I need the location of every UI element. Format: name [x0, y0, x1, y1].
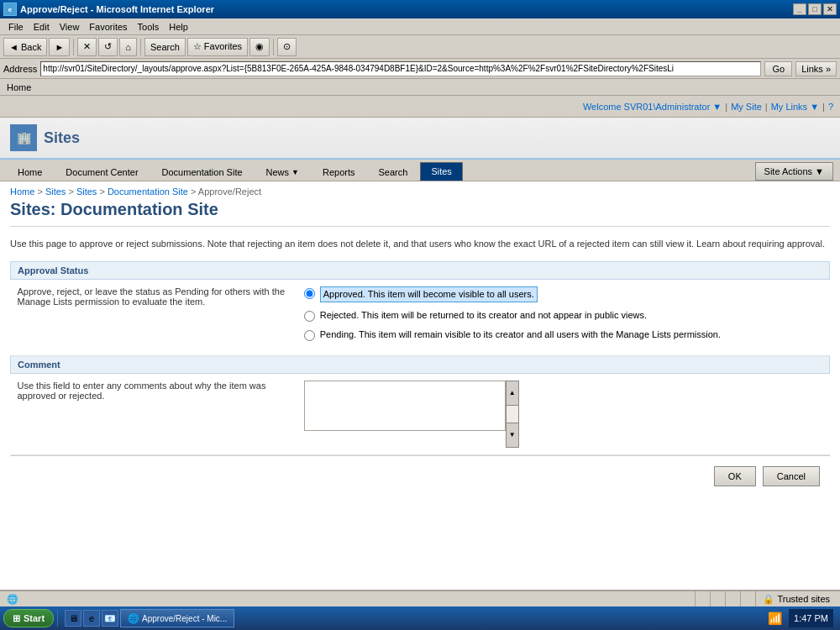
home-label: Home — [7, 82, 31, 92]
news-dropdown-icon: ▼ — [291, 168, 299, 176]
ie-quick-launch[interactable]: e — [83, 610, 100, 627]
menu-view[interactable]: View — [55, 20, 85, 34]
sp-logo: 🏢 — [10, 124, 37, 151]
rejected-option: Rejected. This item will be returned to … — [304, 309, 823, 322]
pending-label: Pending. This item will remain visible t… — [320, 328, 721, 341]
media-button[interactable]: ◉ — [249, 38, 270, 56]
home-button[interactable]: ⌂ — [119, 38, 137, 56]
maximize-button[interactable]: □ — [808, 3, 822, 15]
history-button[interactable]: ⊙ — [277, 38, 297, 56]
back-button[interactable]: ◄ Back — [3, 38, 47, 56]
ie-status-bar: 🌐 🔒 Trusted sites — [0, 590, 840, 606]
favorites-button[interactable]: ☆ Favorites — [187, 38, 248, 56]
menu-edit[interactable]: Edit — [29, 20, 55, 34]
refresh-button[interactable]: ↺ — [98, 38, 118, 56]
toolbar-separator-1 — [73, 39, 74, 55]
links-button[interactable]: Links » — [795, 61, 837, 76]
breadcrumb-current: Approve/Reject — [198, 186, 261, 197]
start-label: Start — [24, 613, 45, 623]
minimize-button[interactable]: _ — [793, 3, 806, 15]
outlook-quick-launch[interactable]: 📧 — [102, 610, 118, 627]
win-taskbar: ⊞ Start 🖥 e 📧 🌐 Approve/Reject - Mic... … — [0, 606, 840, 630]
breadcrumb-sites-1[interactable]: Sites — [45, 186, 66, 197]
address-input[interactable] — [40, 61, 761, 76]
tab-sites[interactable]: Sites — [420, 162, 462, 181]
taskbar-right: 📶 1:47 PM — [768, 609, 837, 627]
tab-home[interactable]: Home — [7, 162, 53, 181]
tab-search[interactable]: Search — [368, 162, 419, 181]
comment-content-row: Use this field to enter any comments abo… — [11, 373, 830, 454]
toolbar-separator-3 — [273, 39, 274, 55]
breadcrumb-documentation-site[interactable]: Documentation Site — [108, 186, 188, 197]
tab-reports[interactable]: Reports — [312, 162, 366, 181]
approval-options: Approved. This item will become visible … — [297, 279, 830, 355]
breadcrumb-home[interactable]: Home — [10, 186, 34, 197]
approval-content-row: Approve, reject, or leave the status as … — [11, 279, 830, 355]
scroll-down-button[interactable]: ▼ — [506, 423, 519, 448]
menu-bar: File Edit View Favorites Tools Help — [0, 18, 840, 35]
comment-textarea[interactable] — [304, 381, 506, 431]
start-icon: ⊞ — [13, 613, 20, 624]
scroll-up-button[interactable]: ▲ — [506, 381, 519, 406]
browser-content: Welcome SVR01\Administrator ▼ | My Site … — [0, 96, 840, 590]
taskbar-quick-launch: 🖥 e 📧 — [65, 610, 118, 627]
sp-nav: Home Document Center Documentation Site … — [0, 160, 840, 181]
approved-radio[interactable] — [304, 288, 315, 299]
ie-icon: e — [3, 3, 17, 16]
menu-favorites[interactable]: Favorites — [84, 20, 132, 34]
pending-option: Pending. This item will remain visible t… — [304, 328, 823, 341]
tab-documentation-site[interactable]: Documentation Site — [151, 162, 254, 181]
sites-icon: 🏢 — [17, 131, 31, 144]
ie-segment-2 — [710, 591, 724, 606]
taskbar-ie-label: Approve/Reject - Mic... — [142, 614, 227, 623]
breadcrumb: Home > Sites > Sites > Documentation Sit… — [0, 181, 840, 200]
approval-status-header: Approval Status — [11, 261, 830, 279]
tab-news[interactable]: News ▼ — [255, 162, 310, 181]
welcome-link[interactable]: Welcome SVR01\Administrator ▼ — [583, 102, 722, 112]
site-actions-button[interactable]: Site Actions ▼ — [755, 162, 833, 181]
sp-header: 🏢 Sites — [0, 118, 840, 160]
show-desktop-button[interactable]: 🖥 — [65, 610, 81, 627]
ok-button[interactable]: OK — [714, 466, 756, 486]
taskbar-divider — [57, 610, 58, 627]
ie-zone: 🔒 Trusted sites — [755, 591, 837, 606]
ie-status-left: 🌐 — [0, 594, 695, 605]
pending-radio[interactable] — [304, 330, 315, 341]
title-bar: e Approve/Reject - Microsoft Internet Ex… — [0, 0, 840, 18]
taskbar-clock: 1:47 PM — [789, 609, 833, 627]
my-links-link[interactable]: My Links ▼ — [771, 102, 819, 112]
go-button[interactable]: Go — [764, 61, 792, 76]
rejected-label: Rejected. This item will be returned to … — [320, 309, 647, 322]
menu-file[interactable]: File — [3, 20, 29, 34]
form-content: Use this page to approve or reject submi… — [0, 227, 840, 507]
close-button[interactable]: ✕ — [823, 3, 837, 15]
taskbar-ie-item[interactable]: 🌐 Approve/Reject - Mic... — [120, 609, 234, 627]
comment-field-cell: ▲ ▼ — [297, 373, 830, 454]
forward-button[interactable]: ► — [49, 38, 70, 56]
ie-status-right: 🔒 Trusted sites — [695, 591, 840, 606]
start-button[interactable]: ⊞ Start — [3, 609, 54, 627]
form-table: Approval Status Approve, reject, or leav… — [10, 261, 830, 455]
trusted-sites-label: Trusted sites — [777, 594, 830, 604]
taskbar-ie-icon: 🌐 — [128, 613, 139, 624]
cancel-button[interactable]: Cancel — [763, 466, 820, 486]
page-description: Use this page to approve or reject submi… — [10, 237, 830, 251]
rejected-radio[interactable] — [304, 311, 315, 322]
menu-help[interactable]: Help — [164, 20, 193, 34]
breadcrumb-sites-2[interactable]: Sites — [76, 186, 97, 197]
stop-button[interactable]: ✕ — [77, 38, 97, 56]
ie-status-icon: 🌐 — [7, 594, 18, 605]
site-title: Sites — [44, 129, 80, 147]
tab-document-center[interactable]: Document Center — [55, 162, 149, 181]
approved-label: Approved. This item will become visible … — [320, 286, 538, 302]
toolbar-separator-2 — [140, 39, 141, 55]
help-icon[interactable]: ? — [828, 102, 833, 112]
my-site-link[interactable]: My Site — [731, 102, 762, 112]
comment-header-row: Comment — [11, 355, 830, 373]
address-label: Address — [3, 64, 37, 74]
window-title: Approve/Reject - Microsoft Internet Expl… — [20, 4, 214, 14]
search-button[interactable]: Search — [144, 38, 186, 56]
trusted-sites-icon: 🔒 — [763, 594, 774, 605]
scroll-track — [506, 406, 519, 423]
menu-tools[interactable]: Tools — [133, 20, 165, 34]
